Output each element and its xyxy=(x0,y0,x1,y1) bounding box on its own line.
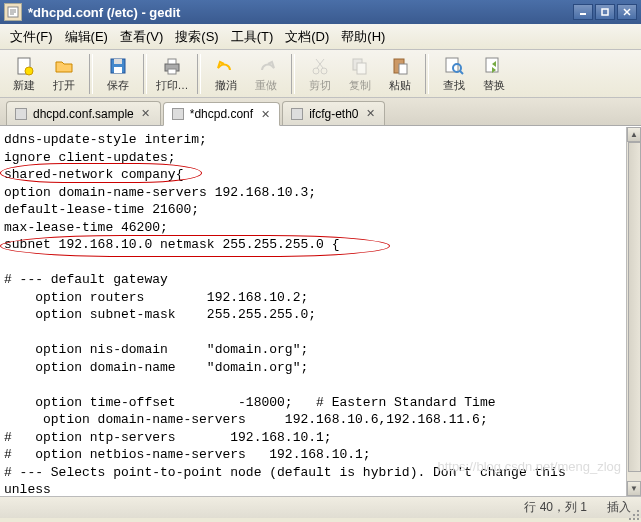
svg-point-16 xyxy=(313,68,319,74)
folder-open-icon xyxy=(53,55,75,77)
redo-icon xyxy=(255,55,277,77)
undo-button[interactable]: 撤消 xyxy=(206,52,246,96)
redo-button: 重做 xyxy=(246,52,286,96)
cut-icon xyxy=(309,55,331,77)
find-button[interactable]: 查找 xyxy=(434,52,474,96)
svg-rect-5 xyxy=(602,9,608,15)
file-icon xyxy=(15,108,27,120)
toolbar-label: 打开 xyxy=(53,78,75,93)
undo-icon xyxy=(215,55,237,77)
status-bar: 行 40，列 1 插入 xyxy=(0,496,641,518)
svg-line-26 xyxy=(460,71,463,74)
open-button[interactable]: 打开 xyxy=(44,52,84,96)
replace-icon xyxy=(483,55,505,77)
tab-label: dhcpd.conf.sample xyxy=(33,107,134,121)
svg-rect-14 xyxy=(168,59,176,64)
tab-bar: dhcpd.conf.sample✕ *dhcpd.conf✕ ifcfg-et… xyxy=(0,98,641,126)
menu-view[interactable]: 查看(V) xyxy=(114,26,169,48)
save-icon xyxy=(107,55,129,77)
print-icon xyxy=(161,55,183,77)
tab-dhcpd-sample[interactable]: dhcpd.conf.sample✕ xyxy=(6,101,161,125)
menu-tools[interactable]: 工具(T) xyxy=(225,26,280,48)
app-icon xyxy=(4,3,22,21)
toolbar: 新建 打开 保存 打印… 撤消 重做 剪切 复制 粘贴 查找 替换 xyxy=(0,50,641,98)
toolbar-label: 复制 xyxy=(349,78,371,93)
tab-label: ifcfg-eth0 xyxy=(309,107,358,121)
tab-label: *dhcpd.conf xyxy=(190,107,253,121)
close-button[interactable] xyxy=(617,4,637,20)
maximize-button[interactable] xyxy=(595,4,615,20)
svg-line-18 xyxy=(317,59,324,68)
scroll-down-button[interactable]: ▼ xyxy=(627,481,641,496)
svg-point-17 xyxy=(321,68,327,74)
file-new-icon xyxy=(13,55,35,77)
svg-line-19 xyxy=(316,59,323,68)
replace-button[interactable]: 替换 xyxy=(474,52,514,96)
close-icon[interactable]: ✕ xyxy=(364,108,376,120)
toolbar-label: 撤消 xyxy=(215,78,237,93)
toolbar-label: 新建 xyxy=(13,78,35,93)
svg-rect-21 xyxy=(357,63,366,74)
save-button[interactable]: 保存 xyxy=(98,52,138,96)
menu-help[interactable]: 帮助(H) xyxy=(335,26,391,48)
menu-file[interactable]: 文件(F) xyxy=(4,26,59,48)
close-icon[interactable]: ✕ xyxy=(259,108,271,120)
menu-edit[interactable]: 编辑(E) xyxy=(59,26,114,48)
vertical-scrollbar[interactable]: ▲ ▼ xyxy=(626,127,641,496)
svg-rect-15 xyxy=(168,69,176,74)
minimize-button[interactable] xyxy=(573,4,593,20)
copy-icon xyxy=(349,55,371,77)
svg-rect-11 xyxy=(114,59,122,64)
svg-point-9 xyxy=(25,67,33,75)
toolbar-label: 剪切 xyxy=(309,78,331,93)
tab-dhcpd-conf[interactable]: *dhcpd.conf✕ xyxy=(163,102,280,126)
toolbar-label: 粘贴 xyxy=(389,78,411,93)
scroll-thumb[interactable] xyxy=(628,142,641,472)
svg-rect-12 xyxy=(114,67,122,73)
menu-bar: 文件(F) 编辑(E) 查看(V) 搜索(S) 工具(T) 文档(D) 帮助(H… xyxy=(0,24,641,50)
toolbar-label: 保存 xyxy=(107,78,129,93)
menu-documents[interactable]: 文档(D) xyxy=(279,26,335,48)
toolbar-label: 替换 xyxy=(483,78,505,93)
scroll-up-button[interactable]: ▲ xyxy=(627,127,641,142)
search-icon xyxy=(443,55,465,77)
paste-button[interactable]: 粘贴 xyxy=(380,52,420,96)
toolbar-label: 查找 xyxy=(443,78,465,93)
toolbar-label: 重做 xyxy=(255,78,277,93)
copy-button: 复制 xyxy=(340,52,380,96)
cursor-position: 行 40，列 1 xyxy=(524,499,587,516)
tab-ifcfg-eth0[interactable]: ifcfg-eth0✕ xyxy=(282,101,385,125)
resize-grip[interactable] xyxy=(627,508,639,520)
file-icon xyxy=(172,108,184,120)
paste-icon xyxy=(389,55,411,77)
window-title: *dhcpd.conf (/etc) - gedit xyxy=(28,5,573,20)
window-titlebar: *dhcpd.conf (/etc) - gedit xyxy=(0,0,641,24)
file-icon xyxy=(291,108,303,120)
editor-text[interactable]: ddns-update-style interim; ignore client… xyxy=(4,131,625,496)
new-button[interactable]: 新建 xyxy=(4,52,44,96)
cut-button: 剪切 xyxy=(300,52,340,96)
editor-area[interactable]: ddns-update-style interim; ignore client… xyxy=(0,126,641,496)
menu-search[interactable]: 搜索(S) xyxy=(169,26,224,48)
close-icon[interactable]: ✕ xyxy=(140,108,152,120)
print-button[interactable]: 打印… xyxy=(152,52,192,96)
toolbar-label: 打印… xyxy=(156,78,189,93)
svg-rect-23 xyxy=(399,64,407,74)
